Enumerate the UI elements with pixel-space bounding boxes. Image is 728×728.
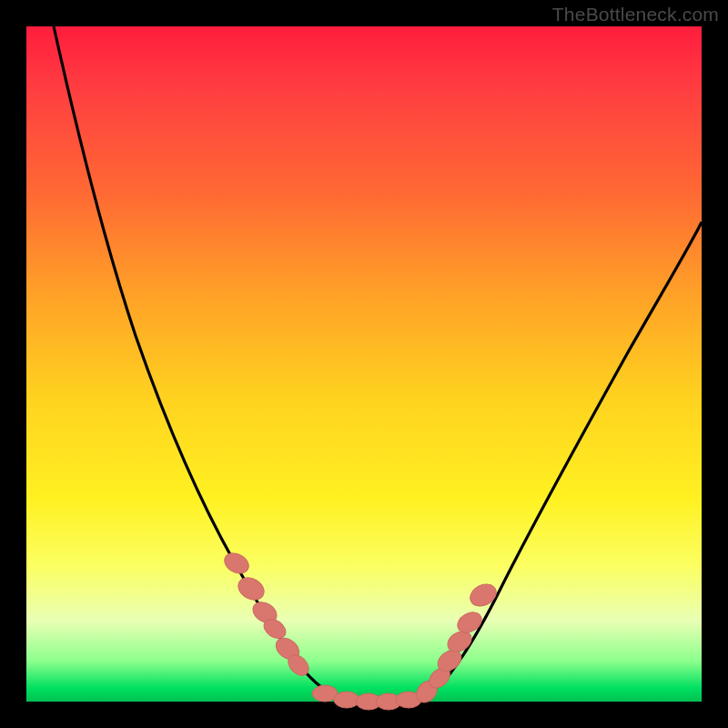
chart-frame: TheBottleneck.com bbox=[0, 0, 728, 728]
marker bbox=[235, 573, 268, 604]
watermark-text: TheBottleneck.com bbox=[552, 4, 719, 25]
markers-group bbox=[221, 550, 500, 710]
plot-area bbox=[26, 26, 702, 702]
bottleneck-curve bbox=[26, 26, 702, 702]
marker bbox=[221, 550, 252, 578]
marker bbox=[467, 580, 500, 611]
curve-path bbox=[54, 26, 702, 701]
